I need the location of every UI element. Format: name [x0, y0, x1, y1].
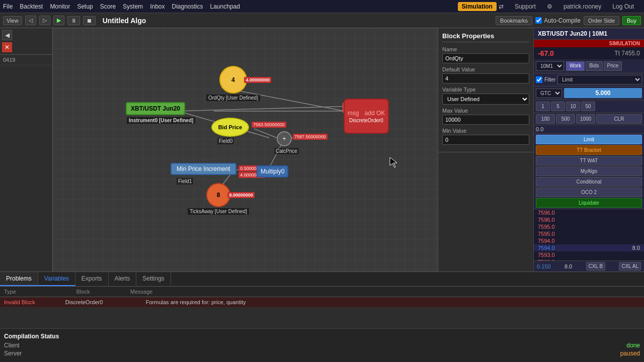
- ob-price-cell: 7594.0: [538, 238, 589, 244]
- sidebar-item-0419[interactable]: 0419: [0, 55, 52, 65]
- max-value-field: Max Value: [442, 108, 529, 125]
- ob-price-row[interactable]: 7595.0: [534, 230, 644, 237]
- cursor-indicator: [389, 156, 399, 170]
- cxl-b-btn[interactable]: CXL B: [586, 262, 606, 270]
- ordqty-node[interactable]: 4 4.00000000 OrdQty [User Defined]: [206, 66, 260, 101]
- clr-btn[interactable]: CLR: [596, 114, 642, 124]
- algo-canvas-area[interactable]: 4 4.00000000 OrdQty [User Defined] XBT/U…: [53, 28, 438, 272]
- auto-compile-toggle[interactable]: Auto-Compile: [535, 17, 581, 24]
- bookmarks-dropdown[interactable]: Bookmarks: [496, 16, 532, 25]
- qty-btn-100[interactable]: 100: [536, 114, 555, 124]
- collapse-sidebar-btn[interactable]: ◀: [2, 30, 12, 40]
- discrete-order-node[interactable]: msg add OK DiscreteOrder0: [344, 99, 389, 134]
- qty-btn-1[interactable]: 1: [536, 102, 550, 111]
- ob-price-row[interactable]: 7594.0: [534, 237, 644, 244]
- discrete-order-label: DiscreteOrder0: [349, 118, 383, 123]
- back-btn[interactable]: ◁: [25, 16, 36, 25]
- algo-title: Untitled Algo: [103, 17, 146, 25]
- nav-monitor[interactable]: Monitor: [50, 3, 70, 10]
- default-value-input[interactable]: [442, 73, 529, 83]
- multiply-node[interactable]: Multiply0: [257, 165, 288, 177]
- view-dropdown[interactable]: View: [3, 16, 22, 25]
- min-price-node[interactable]: Min Price Increment 0.50000000 4.0000000…: [171, 163, 236, 175]
- tab-alerts[interactable]: Alerts: [109, 272, 137, 286]
- simulation-button[interactable]: Simulation: [458, 2, 497, 11]
- myalgo-btn[interactable]: MyAlgo: [536, 166, 642, 176]
- qty-btn-50[interactable]: 50: [581, 102, 595, 111]
- ordqty-label: OrdQty [User Defined]: [206, 95, 260, 101]
- min-value-label: Min Value: [442, 128, 529, 134]
- ticks-away-value-tag: 8.00000000: [227, 192, 255, 198]
- main-toolbar: View ◁ ▷ ▶ ⏸ ⏹ Untitled Algo Bookmarks A…: [0, 13, 644, 28]
- field0-label: Field0: [217, 138, 234, 144]
- nav-system[interactable]: System: [123, 3, 143, 10]
- liquidate-btn[interactable]: Liquidate: [536, 198, 642, 208]
- tab-variables[interactable]: Variables: [38, 272, 75, 286]
- name-label: Name: [442, 46, 529, 52]
- nav-setup[interactable]: Setup: [77, 3, 93, 10]
- max-value-input[interactable]: [442, 115, 529, 125]
- variable-type-select[interactable]: User Defined: [442, 94, 529, 105]
- play-btn[interactable]: ▶: [53, 16, 64, 25]
- table-row[interactable]: Invalid Block DiscreteOrder0 Formulas ar…: [0, 297, 644, 308]
- qty-btn-1000[interactable]: 1000: [576, 114, 595, 124]
- filter-checkbox[interactable]: [536, 76, 542, 83]
- col-type: Type: [4, 289, 26, 295]
- limit-btn[interactable]: Limit: [536, 135, 642, 144]
- nav-launchpad[interactable]: Launchpad: [210, 3, 240, 10]
- ob-price-row[interactable]: 7594.08.0: [534, 244, 644, 251]
- compilation-status: Compilation Status Client done Server pa…: [0, 328, 644, 362]
- ob-price-row[interactable]: 7596.0: [534, 209, 644, 216]
- nav-backtest[interactable]: Backtest: [20, 3, 43, 10]
- nav-file[interactable]: File: [3, 3, 13, 10]
- ob-price-row[interactable]: 7595.0: [534, 223, 644, 230]
- tab-settings[interactable]: Settings: [136, 272, 171, 286]
- instrument-node[interactable]: XBT/USDT Jun20 Instrument0 [User Defined…: [126, 102, 185, 115]
- qty-btn-10[interactable]: 10: [566, 102, 580, 111]
- pause-btn[interactable]: ⏸: [67, 16, 80, 25]
- forward-btn[interactable]: ▷: [39, 16, 50, 25]
- tab-work[interactable]: Work: [566, 61, 585, 71]
- ob-price-row[interactable]: 7593.0: [534, 251, 644, 258]
- support-link[interactable]: Support: [515, 3, 536, 10]
- variable-type-field: Variable Type User Defined: [442, 86, 529, 105]
- ob-qty-cell: [589, 217, 640, 223]
- gtc-select[interactable]: GTC: [536, 88, 562, 98]
- tab-bids[interactable]: Bids: [586, 61, 602, 71]
- order-type-select[interactable]: Limit: [557, 75, 642, 84]
- clear-search-btn[interactable]: ✕: [2, 42, 12, 52]
- buy-dropdown[interactable]: Buy: [622, 16, 641, 25]
- calc-price-label: CalcPrice: [274, 148, 299, 154]
- tt-bracket-btn[interactable]: TT Bracket: [536, 145, 642, 155]
- nav-score[interactable]: Score: [100, 3, 116, 10]
- timeframe-select[interactable]: 10M1: [536, 61, 564, 71]
- oco2-btn[interactable]: OCO 2: [536, 188, 642, 197]
- svg-line-3: [254, 129, 277, 138]
- ticks-away-node[interactable]: 8 8.00000000 TicksAway [User Defined]: [188, 183, 249, 215]
- tab-exports[interactable]: Exports: [75, 272, 109, 286]
- tab-price[interactable]: Price: [604, 61, 622, 71]
- qty-btn-500[interactable]: 500: [556, 114, 575, 124]
- min-value-input[interactable]: [442, 135, 529, 145]
- comp-status-title: Compilation Status: [4, 333, 640, 340]
- algo-canvas[interactable]: 4 4.00000000 OrdQty [User Defined] XBT/U…: [53, 28, 438, 272]
- qty-btn-5[interactable]: 5: [551, 102, 565, 111]
- ob-price-row[interactable]: 7596.0: [534, 216, 644, 223]
- ob-qty-cell: 8.0: [589, 245, 640, 251]
- tt-wat-btn[interactable]: TT WAT: [536, 156, 642, 165]
- nav-inbox[interactable]: Inbox: [150, 3, 165, 10]
- order-side-dropdown[interactable]: Order Side: [584, 16, 619, 25]
- price-display-value[interactable]: 5.000: [564, 88, 642, 98]
- sync-icon[interactable]: ⇄: [499, 3, 504, 10]
- cxl-al-btn[interactable]: CXL AL: [619, 262, 641, 270]
- main-content-area: ◀ ✕ 0419: [0, 28, 644, 272]
- add-node[interactable]: +: [277, 131, 292, 146]
- nav-diagnostics[interactable]: Diagnostics: [172, 3, 203, 10]
- ob-qty-cell: [589, 210, 640, 216]
- stop-btn[interactable]: ⏹: [83, 16, 96, 25]
- name-input[interactable]: [442, 53, 529, 63]
- tab-problems[interactable]: Problems: [0, 272, 38, 286]
- row-type: Invalid Block: [4, 299, 45, 305]
- conditional-btn[interactable]: Conditional: [536, 177, 642, 187]
- logout-link[interactable]: Log Out: [612, 3, 634, 10]
